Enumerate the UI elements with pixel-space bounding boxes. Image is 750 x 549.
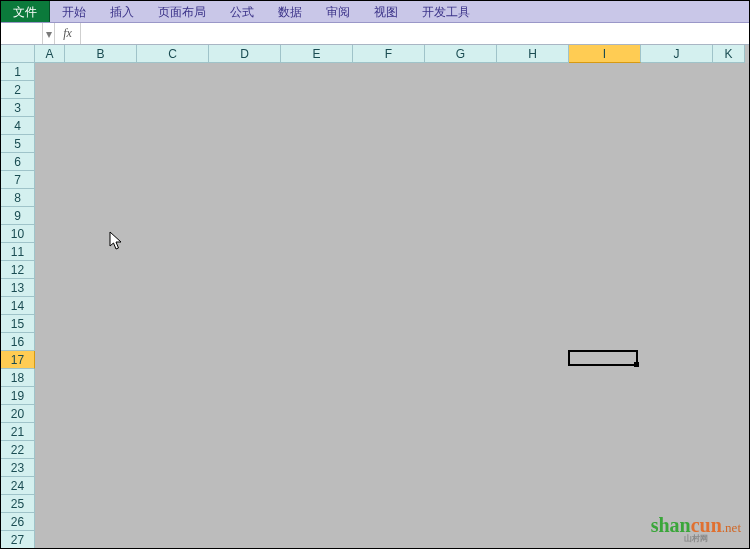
menu-item-7[interactable]: 开发工具 [410,1,482,22]
name-box[interactable] [1,23,43,44]
row-header-5[interactable]: 5 [1,135,35,153]
row-header-11[interactable]: 11 [1,243,35,261]
row-header-4[interactable]: 4 [1,117,35,135]
row-header-12[interactable]: 12 [1,261,35,279]
col-header-E[interactable]: E [281,45,353,63]
col-header-B[interactable]: B [65,45,137,63]
menu-bar: 文件 开始插入页面布局公式数据审阅视图开发工具 [1,1,749,23]
row-header-19[interactable]: 19 [1,387,35,405]
col-header-C[interactable]: C [137,45,209,63]
row-header-7[interactable]: 7 [1,171,35,189]
col-header-A[interactable]: A [35,45,65,63]
row-header-17[interactable]: 17 [1,351,35,369]
row-header-22[interactable]: 22 [1,441,35,459]
row-header-23[interactable]: 23 [1,459,35,477]
row-header-21[interactable]: 21 [1,423,35,441]
col-header-F[interactable]: F [353,45,425,63]
menu-item-5[interactable]: 审阅 [314,1,362,22]
row-header-6[interactable]: 6 [1,153,35,171]
row-header-10[interactable]: 10 [1,225,35,243]
row-header-20[interactable]: 20 [1,405,35,423]
select-all-corner[interactable] [1,45,35,63]
menu-item-0[interactable]: 开始 [50,1,98,22]
row-header-1[interactable]: 1 [1,63,35,81]
formula-input[interactable] [81,23,749,44]
menu-item-2[interactable]: 页面布局 [146,1,218,22]
formula-bar: ▾ fx [1,23,749,45]
menu-item-3[interactable]: 公式 [218,1,266,22]
active-cell [568,350,638,366]
row-header-27[interactable]: 27 [1,531,35,549]
row-header-25[interactable]: 25 [1,495,35,513]
row-header-8[interactable]: 8 [1,189,35,207]
row-header-3[interactable]: 3 [1,99,35,117]
fx-label[interactable]: fx [55,23,81,44]
col-header-D[interactable]: D [209,45,281,63]
row-header-13[interactable]: 13 [1,279,35,297]
col-header-K[interactable]: K [713,45,745,63]
col-header-I[interactable]: I [569,45,641,63]
menu-file[interactable]: 文件 [1,1,50,22]
row-header-26[interactable]: 26 [1,513,35,531]
col-header-H[interactable]: H [497,45,569,63]
row-header-15[interactable]: 15 [1,315,35,333]
spreadsheet-grid[interactable]: ABCDEFGHIJK 1234567891011121314151617181… [1,45,749,548]
row-header-18[interactable]: 18 [1,369,35,387]
cells-area[interactable] [35,63,749,548]
row-header-2[interactable]: 2 [1,81,35,99]
name-box-dropdown[interactable]: ▾ [43,23,55,44]
row-header-9[interactable]: 9 [1,207,35,225]
row-header-24[interactable]: 24 [1,477,35,495]
col-header-J[interactable]: J [641,45,713,63]
menu-item-4[interactable]: 数据 [266,1,314,22]
fill-handle[interactable] [634,362,639,367]
menu-item-6[interactable]: 视图 [362,1,410,22]
row-header-16[interactable]: 16 [1,333,35,351]
row-header-14[interactable]: 14 [1,297,35,315]
col-header-G[interactable]: G [425,45,497,63]
menu-item-1[interactable]: 插入 [98,1,146,22]
